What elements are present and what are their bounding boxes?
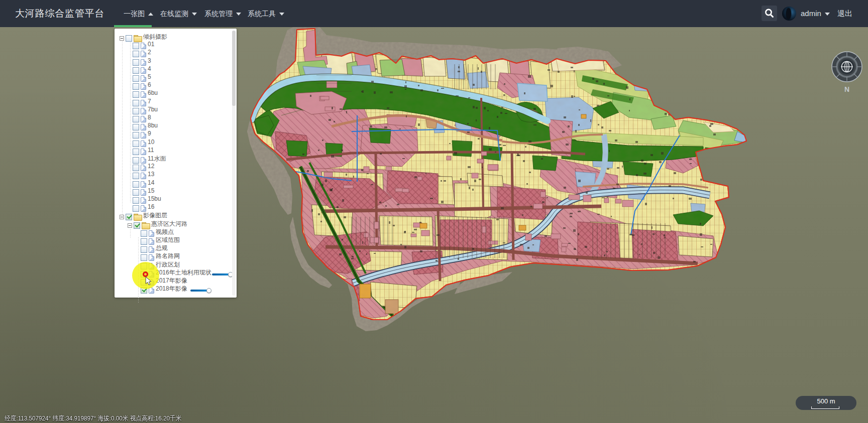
svg-text:N: N — [844, 85, 849, 93]
